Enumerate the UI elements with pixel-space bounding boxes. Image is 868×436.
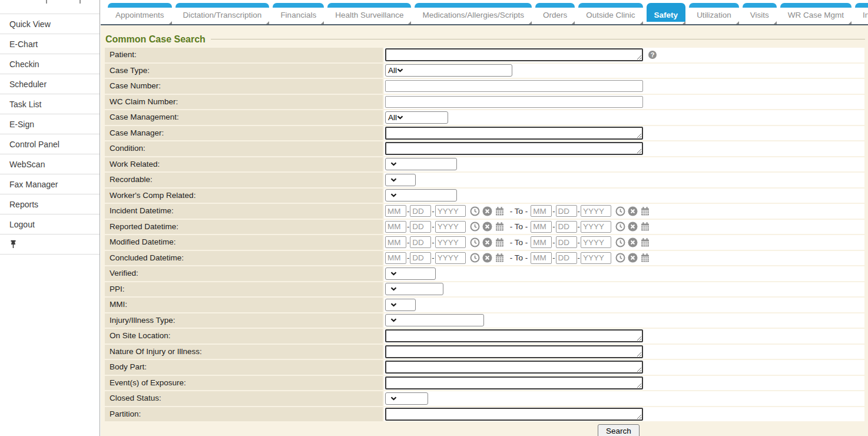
concluded-datetime-from-year-input[interactable] bbox=[435, 252, 466, 264]
modified-datetime-to-year-input[interactable] bbox=[581, 236, 611, 248]
reported-datetime-from-year-input[interactable] bbox=[435, 221, 466, 233]
tab-wr-case-mgmt[interactable]: WR Case Mgmt bbox=[780, 3, 852, 22]
tab-medications-allergies-scripts[interactable]: Medications/Allergies/Scripts bbox=[415, 3, 532, 22]
nature-of-injury-or-illness-textarea[interactable] bbox=[385, 345, 643, 358]
case-number-input[interactable] bbox=[385, 80, 643, 92]
concluded-datetime-cell: --- To --- bbox=[384, 251, 864, 266]
sidebar-item-task-list[interactable]: Task List bbox=[0, 94, 100, 114]
case-management-select[interactable]: All bbox=[385, 111, 448, 124]
closed-status-select[interactable] bbox=[385, 392, 428, 405]
incident-datetime-from-day-input[interactable] bbox=[410, 205, 431, 217]
clock-icon[interactable] bbox=[470, 253, 480, 263]
clock-icon[interactable] bbox=[615, 237, 625, 247]
row-wc-claim-number: WC Claim Number: bbox=[105, 95, 864, 110]
body-part-textarea[interactable] bbox=[385, 361, 643, 374]
sidebar-item-reports[interactable]: Reports bbox=[0, 194, 100, 214]
tab-dictation-transcription[interactable]: Dictation/Transcription bbox=[175, 3, 270, 22]
sidebar-item-webscan[interactable]: WebScan bbox=[0, 154, 100, 174]
incident-datetime-from-month-input[interactable] bbox=[385, 205, 406, 217]
clear-icon[interactable] bbox=[482, 206, 492, 216]
clear-icon[interactable] bbox=[482, 253, 492, 263]
tab-industrial-hygiene[interactable]: Industrial Hygiene bbox=[855, 3, 868, 22]
clock-icon[interactable] bbox=[470, 206, 480, 216]
modified-datetime-from-year-input[interactable] bbox=[435, 236, 466, 248]
sidebar-item-scheduler[interactable]: Scheduler bbox=[0, 74, 100, 94]
pushpin-icon[interactable] bbox=[9, 240, 17, 249]
sidebar-item-logout[interactable]: Logout bbox=[0, 214, 100, 234]
sidebar-item-fax-manager[interactable]: Fax Manager bbox=[0, 174, 100, 194]
calendar-icon[interactable] bbox=[640, 253, 650, 263]
sidebar-item-quick-view[interactable]: Quick View bbox=[0, 14, 100, 34]
tab-visits[interactable]: Visits bbox=[743, 3, 777, 22]
modified-datetime-to-month-input[interactable] bbox=[531, 236, 552, 248]
events-of-exposure-textarea[interactable] bbox=[385, 376, 643, 389]
help-icon[interactable]: ? bbox=[648, 51, 657, 59]
search-button[interactable]: Search bbox=[598, 424, 640, 436]
clear-icon[interactable] bbox=[628, 237, 638, 247]
tab-utilization[interactable]: Utilization bbox=[689, 3, 739, 22]
on-site-location-textarea[interactable] bbox=[385, 329, 643, 342]
incident-datetime-to-month-input[interactable] bbox=[531, 205, 552, 217]
concluded-datetime-to-year-input[interactable] bbox=[581, 252, 611, 264]
reported-datetime-to-day-input[interactable] bbox=[556, 221, 577, 233]
case-type-select[interactable]: All bbox=[385, 64, 512, 77]
condition-textarea[interactable] bbox=[385, 142, 643, 155]
sidebar-pin-toggle[interactable] bbox=[0, 234, 100, 254]
concluded-datetime-label: Concluded Datetime: bbox=[105, 251, 383, 266]
verified-select[interactable] bbox=[385, 267, 436, 280]
clock-icon[interactable] bbox=[470, 237, 480, 247]
clear-icon[interactable] bbox=[482, 222, 492, 232]
work-related-select[interactable] bbox=[385, 158, 457, 170]
clear-icon[interactable] bbox=[628, 222, 638, 232]
clear-icon[interactable] bbox=[482, 237, 492, 247]
ppi-select[interactable] bbox=[385, 283, 443, 295]
clock-icon[interactable] bbox=[470, 222, 480, 232]
sidebar-item-e-sign[interactable]: E-Sign bbox=[0, 114, 100, 134]
calendar-icon[interactable] bbox=[640, 237, 650, 247]
wc-claim-number-input[interactable] bbox=[385, 96, 643, 108]
modified-datetime-from-day-input[interactable] bbox=[410, 236, 431, 248]
modified-datetime-cell: --- To --- bbox=[384, 235, 864, 250]
incident-datetime-to-year-input[interactable] bbox=[581, 205, 611, 217]
incident-datetime-label: Incident Datetime: bbox=[105, 204, 383, 219]
concluded-datetime-from-month-input[interactable] bbox=[385, 252, 406, 264]
injury-illness-type-select[interactable] bbox=[385, 314, 484, 326]
clock-icon[interactable] bbox=[615, 206, 625, 216]
reported-datetime-from-month-input[interactable] bbox=[385, 221, 406, 233]
tab-financials[interactable]: Financials bbox=[273, 3, 324, 22]
sidebar-item-control-panel[interactable]: Control Panel bbox=[0, 134, 100, 154]
concluded-datetime-to-month-input[interactable] bbox=[531, 252, 552, 264]
calendar-icon[interactable] bbox=[495, 237, 505, 247]
calendar-icon[interactable] bbox=[495, 253, 505, 263]
clock-icon[interactable] bbox=[615, 253, 625, 263]
tab-outside-clinic[interactable]: Outside Clinic bbox=[578, 3, 642, 22]
clear-icon[interactable] bbox=[628, 253, 638, 263]
recordable-select[interactable] bbox=[385, 174, 416, 186]
calendar-icon[interactable] bbox=[495, 206, 505, 216]
reported-datetime-from-day-input[interactable] bbox=[410, 221, 431, 233]
tab-safety[interactable]: Safety bbox=[647, 3, 686, 22]
calendar-icon[interactable] bbox=[495, 222, 505, 232]
mmi-select[interactable] bbox=[385, 299, 416, 311]
tab-orders[interactable]: Orders bbox=[535, 3, 575, 22]
sidebar-item-e-chart[interactable]: E-Chart bbox=[0, 34, 100, 54]
concluded-datetime-from-day-input[interactable] bbox=[410, 252, 431, 264]
clear-icon[interactable] bbox=[628, 206, 638, 216]
sidebar-item-checkin[interactable]: Checkin bbox=[0, 54, 100, 74]
tab-health-surveillance[interactable]: Health Surveillance bbox=[327, 3, 411, 22]
patient-textarea[interactable] bbox=[385, 48, 643, 61]
tab-appointments[interactable]: Appointments bbox=[108, 3, 172, 22]
incident-datetime-from-year-input[interactable] bbox=[435, 205, 466, 217]
workers-comp-related-select[interactable] bbox=[385, 189, 457, 202]
modified-datetime-from-month-input[interactable] bbox=[385, 236, 406, 248]
reported-datetime-to-month-input[interactable] bbox=[531, 221, 552, 233]
calendar-icon[interactable] bbox=[640, 206, 650, 216]
concluded-datetime-to-day-input[interactable] bbox=[556, 252, 577, 264]
calendar-icon[interactable] bbox=[640, 222, 650, 232]
partition-textarea[interactable] bbox=[385, 408, 643, 421]
modified-datetime-to-day-input[interactable] bbox=[556, 236, 577, 248]
reported-datetime-to-year-input[interactable] bbox=[581, 221, 611, 233]
clock-icon[interactable] bbox=[615, 222, 625, 232]
incident-datetime-to-day-input[interactable] bbox=[556, 205, 577, 217]
case-manager-textarea[interactable] bbox=[385, 127, 643, 140]
